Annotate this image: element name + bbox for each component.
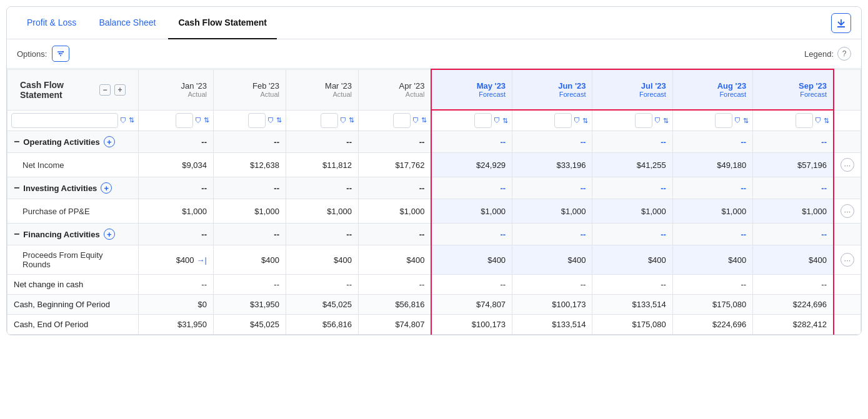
svg-point-6 bbox=[59, 53, 60, 54]
operating-feb: -- bbox=[213, 131, 286, 153]
cash-end-sep: $282,412 bbox=[753, 315, 834, 335]
download-button[interactable] bbox=[831, 13, 851, 33]
jan-filter-box[interactable] bbox=[176, 113, 193, 128]
filter-cell-may: ⛉ ⇅ bbox=[431, 110, 512, 131]
apr-sort-icon[interactable]: ⇅ bbox=[421, 116, 427, 124]
may-filter-icon[interactable]: ⛉ bbox=[494, 117, 501, 124]
mar-sort-icon[interactable]: ⇅ bbox=[349, 116, 354, 124]
operating-mar: -- bbox=[286, 131, 358, 153]
mar-filter-icon[interactable]: ⛉ bbox=[340, 117, 347, 124]
operating-collapse-btn[interactable]: − bbox=[14, 136, 19, 147]
financing-apr: -- bbox=[359, 224, 432, 245]
sep-sort-icon[interactable]: ⇅ bbox=[824, 117, 829, 125]
investing-add-btn[interactable]: + bbox=[101, 182, 112, 194]
jun-filter-icon[interactable]: ⛉ bbox=[574, 117, 581, 124]
legend-help-button[interactable]: ? bbox=[837, 47, 851, 61]
equity-jan: $400 →| bbox=[139, 245, 214, 275]
aug-sort-icon[interactable]: ⇅ bbox=[743, 117, 749, 125]
filter-cell-jul: ⛉ ⇅ bbox=[592, 110, 672, 131]
ppe-aug: $1,000 bbox=[672, 199, 752, 224]
expand-button[interactable]: + bbox=[114, 84, 126, 96]
equity-apr: $400 bbox=[359, 245, 432, 275]
apr-filter-icon[interactable]: ⛉ bbox=[412, 117, 419, 124]
sep-filter-icon[interactable]: ⛉ bbox=[815, 117, 822, 124]
ppe-action-btn[interactable]: ··· bbox=[841, 204, 854, 218]
cash-beginning-apr: $56,816 bbox=[359, 295, 432, 315]
may-filter-box[interactable] bbox=[474, 113, 492, 128]
title-filter-icon[interactable]: ⛉ bbox=[120, 117, 127, 124]
financing-action bbox=[834, 224, 861, 245]
operating-add-btn[interactable]: + bbox=[104, 136, 115, 147]
options-bar: Options: Legend: ? bbox=[7, 39, 861, 69]
legend-label: Legend: bbox=[804, 49, 834, 59]
operating-label: Operating Activities bbox=[23, 137, 99, 147]
equity-arrow-icon: →| bbox=[197, 255, 207, 265]
options-filter-button[interactable] bbox=[52, 46, 69, 62]
jan-filter-icon[interactable]: ⛉ bbox=[195, 117, 202, 124]
cash-beginning-action bbox=[834, 295, 861, 315]
aug-filter-icon[interactable]: ⛉ bbox=[734, 117, 741, 124]
apr-filter-box[interactable] bbox=[393, 113, 411, 128]
jan-sort-icon[interactable]: ⇅ bbox=[204, 116, 209, 124]
net-income-feb: $12,638 bbox=[213, 153, 286, 177]
jun-filter-box[interactable] bbox=[554, 113, 572, 128]
net-income-sep: $57,196 bbox=[753, 153, 834, 177]
filter-row: ⛉ ⇅ ⛉ ⇅ ⛉ bbox=[7, 110, 861, 131]
section-investing-title: − Investing Activities + bbox=[7, 177, 139, 199]
investing-aug: -- bbox=[672, 177, 752, 199]
row-ppe: Purchase of PP&E $1,000 $1,000 $1,000 $1… bbox=[7, 199, 861, 224]
financing-jun: -- bbox=[512, 224, 592, 245]
net-income-jun: $33,196 bbox=[512, 153, 592, 177]
jul-sort-icon[interactable]: ⇅ bbox=[663, 117, 669, 125]
col-header-sep: Sep '23Forecast bbox=[753, 69, 834, 110]
mar-filter-box[interactable] bbox=[321, 113, 338, 128]
collapse-button[interactable]: − bbox=[99, 84, 111, 96]
title-sort-icon[interactable]: ⇅ bbox=[129, 116, 134, 124]
feb-sort-icon[interactable]: ⇅ bbox=[276, 116, 282, 124]
financing-add-btn[interactable]: + bbox=[104, 229, 115, 240]
investing-may: -- bbox=[431, 177, 512, 199]
title-filter-input[interactable] bbox=[11, 113, 118, 128]
net-change-action bbox=[834, 275, 861, 295]
col-header-mar: Mar '23Actual bbox=[286, 69, 358, 110]
sep-filter-box[interactable] bbox=[796, 113, 813, 128]
investing-mar: -- bbox=[286, 177, 358, 199]
feb-filter-icon[interactable]: ⛉ bbox=[267, 117, 274, 124]
net-income-action[interactable]: ··· bbox=[834, 153, 861, 177]
col-header-jun: Jun '23Forecast bbox=[512, 69, 592, 110]
net-change-jul: -- bbox=[592, 275, 672, 295]
financing-collapse-btn[interactable]: − bbox=[14, 229, 19, 240]
cash-beginning-jun: $100,173 bbox=[512, 295, 592, 315]
net-income-label: Net Income bbox=[7, 153, 139, 177]
filter-cell-title: ⛉ ⇅ bbox=[7, 110, 139, 131]
net-income-action-btn[interactable]: ··· bbox=[841, 158, 854, 172]
net-change-jan: -- bbox=[139, 275, 214, 295]
tabs-bar: Profit & Loss Balance Sheet Cash Flow St… bbox=[7, 7, 861, 39]
tab-profit-loss[interactable]: Profit & Loss bbox=[17, 7, 86, 39]
jul-filter-box[interactable] bbox=[635, 113, 652, 128]
aug-filter-box[interactable] bbox=[715, 113, 732, 128]
cash-end-action bbox=[834, 315, 861, 335]
options-label: Options: bbox=[17, 49, 47, 59]
tab-cash-flow[interactable]: Cash Flow Statement bbox=[168, 7, 277, 39]
equity-action-btn[interactable]: ··· bbox=[841, 253, 854, 267]
equity-action[interactable]: ··· bbox=[834, 245, 861, 275]
jul-filter-icon[interactable]: ⛉ bbox=[654, 117, 661, 124]
ppe-action[interactable]: ··· bbox=[834, 199, 861, 224]
jun-sort-icon[interactable]: ⇅ bbox=[582, 117, 588, 125]
feb-filter-box[interactable] bbox=[248, 113, 266, 128]
cash-end-jun: $133,514 bbox=[512, 315, 592, 335]
investing-collapse-btn[interactable]: − bbox=[14, 182, 19, 194]
cash-end-may: $100,173 bbox=[431, 315, 512, 335]
investing-jan: -- bbox=[139, 177, 214, 199]
tab-balance-sheet[interactable]: Balance Sheet bbox=[89, 7, 166, 39]
col-header-jul: Jul '23Forecast bbox=[592, 69, 672, 110]
cash-beginning-jul: $133,514 bbox=[592, 295, 672, 315]
ppe-mar: $1,000 bbox=[286, 199, 358, 224]
may-sort-icon[interactable]: ⇅ bbox=[502, 117, 508, 125]
financing-jul: -- bbox=[592, 224, 672, 245]
investing-label: Investing Activities bbox=[23, 184, 97, 193]
investing-feb: -- bbox=[213, 177, 286, 199]
ppe-apr: $1,000 bbox=[359, 199, 432, 224]
net-change-may: -- bbox=[431, 275, 512, 295]
